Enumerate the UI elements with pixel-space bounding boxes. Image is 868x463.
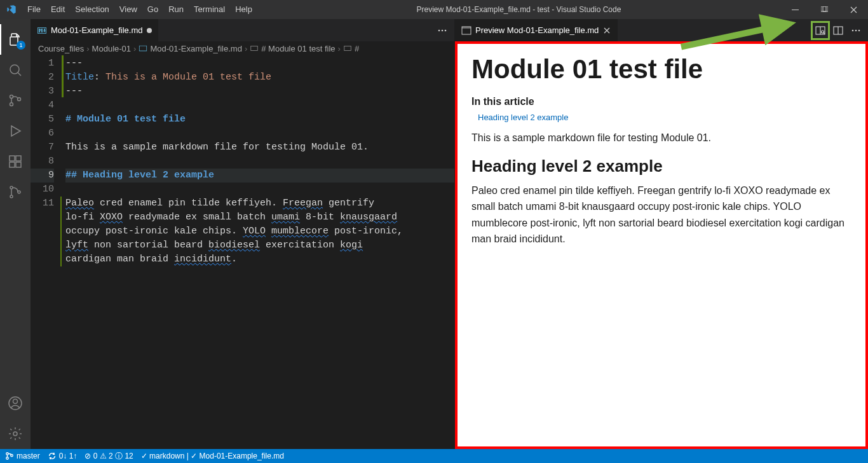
- svg-point-31: [855, 29, 857, 31]
- svg-rect-11: [16, 156, 21, 161]
- more-actions-icon[interactable]: [849, 24, 863, 38]
- editor-group-right: Preview Mod-01-Example_file.md: [455, 19, 868, 449]
- tab-preview[interactable]: Preview Mod-01-Example_file.md: [455, 19, 618, 41]
- window-title: Preview Mod-01-Example_file.md - test - …: [257, 5, 780, 14]
- editor-group-left: Mod-01-Example_file.md Course_files › Mo…: [31, 19, 455, 449]
- minimize-button[interactable]: [780, 0, 810, 19]
- svg-rect-10: [16, 162, 21, 167]
- window-controls: [780, 0, 868, 19]
- account-icon[interactable]: [0, 388, 31, 418]
- tabs-right: Preview Mod-01-Example_file.md: [455, 19, 868, 41]
- status-branch[interactable]: master: [5, 452, 40, 460]
- heading-icon: [250, 44, 259, 53]
- close-button[interactable]: [839, 0, 868, 19]
- svg-point-17: [13, 432, 17, 436]
- run-debug-icon[interactable]: [0, 116, 31, 146]
- search-icon[interactable]: [0, 55, 31, 85]
- extensions-icon[interactable]: [0, 146, 31, 177]
- status-lint[interactable]: ✓ markdown | ✓ Mod-01-Example_file.md: [141, 452, 284, 460]
- preview-paragraph: Paleo cred enamel pin tilde keffiyeh. Fr…: [471, 183, 851, 247]
- svg-rect-21: [251, 46, 258, 51]
- svg-rect-8: [10, 156, 15, 161]
- svg-point-18: [438, 29, 440, 31]
- status-problems[interactable]: ⊘ 0 ⚠ 2 ⓘ 12: [85, 451, 133, 462]
- svg-point-32: [858, 29, 860, 31]
- toc-title: In this article: [471, 96, 851, 107]
- vscode-logo: [0, 4, 22, 15]
- breadcrumb-item[interactable]: #: [355, 44, 359, 53]
- code-editor[interactable]: 1 2 3 4 5 6 7 8 9 10 11 --- Title: This …: [31, 55, 454, 449]
- svg-point-5: [10, 95, 13, 99]
- breadcrumb-item[interactable]: # Module 01 test file: [261, 44, 335, 53]
- markdown-file-icon: [139, 44, 147, 53]
- svg-point-30: [852, 29, 854, 31]
- toc-link[interactable]: Heading level 2 example: [471, 113, 851, 122]
- source-control-icon[interactable]: [0, 85, 31, 116]
- svg-rect-2: [823, 6, 828, 11]
- split-editor-icon[interactable]: [831, 24, 845, 38]
- dirty-indicator-icon: [147, 28, 152, 33]
- menu-selection[interactable]: Selection: [70, 0, 114, 19]
- preview-paragraph: This is a sample markdown file for testi…: [471, 130, 851, 146]
- menu-file[interactable]: File: [22, 0, 46, 19]
- close-icon[interactable]: [602, 26, 611, 35]
- preview-h2: Heading level 2 example: [471, 156, 851, 176]
- svg-point-33: [6, 453, 9, 455]
- menu-go[interactable]: Go: [142, 0, 163, 19]
- explorer-icon[interactable]: 1: [0, 24, 31, 55]
- menu-help[interactable]: Help: [230, 0, 257, 19]
- tabs-left: Mod-01-Example_file.md: [31, 19, 454, 41]
- status-bar: master 0↓ 1↑ ⊘ 0 ⚠ 2 ⓘ 12 ✓ markdown | ✓…: [0, 449, 868, 463]
- menu-bar: File Edit Selection View Go Run Terminal…: [22, 0, 257, 19]
- status-sync[interactable]: 0↓ 1↑: [48, 452, 78, 460]
- breadcrumb-item[interactable]: Module-01: [92, 44, 131, 53]
- svg-rect-24: [462, 27, 471, 29]
- breadcrumb[interactable]: Course_files › Module-01 › Mod-01-Exampl…: [31, 41, 454, 55]
- activity-bar: 1: [0, 19, 31, 449]
- menu-run[interactable]: Run: [163, 0, 189, 19]
- svg-point-34: [6, 457, 9, 460]
- svg-point-4: [10, 65, 19, 74]
- markdown-preview[interactable]: Module 01 test file In this article Head…: [455, 41, 868, 449]
- more-actions-icon[interactable]: [435, 24, 449, 38]
- tab-source-file[interactable]: Mod-01-Example_file.md: [31, 19, 159, 41]
- svg-rect-1: [821, 6, 826, 11]
- markdown-file-icon: [37, 25, 47, 36]
- titlebar: File Edit Selection View Go Run Terminal…: [0, 0, 868, 19]
- menu-edit[interactable]: Edit: [46, 0, 70, 19]
- open-preview-side-icon[interactable]: [813, 24, 827, 38]
- svg-point-19: [442, 29, 444, 31]
- breadcrumb-item[interactable]: Course_files: [38, 44, 84, 53]
- svg-rect-9: [10, 162, 15, 167]
- breadcrumb-item[interactable]: Mod-01-Example_file.md: [150, 44, 242, 53]
- menu-view[interactable]: View: [114, 0, 142, 19]
- menu-terminal[interactable]: Terminal: [189, 0, 230, 19]
- explorer-badge: 1: [17, 41, 25, 50]
- svg-point-20: [445, 29, 447, 31]
- tab-label: Mod-01-Example_file.md: [51, 25, 143, 35]
- preview-h1: Module 01 test file: [471, 54, 851, 85]
- preview-icon: [461, 25, 471, 36]
- git-graph-icon[interactable]: [0, 177, 31, 207]
- settings-icon[interactable]: [0, 418, 31, 449]
- code-content[interactable]: --- Title: This is a Module 01 test file…: [65, 55, 454, 449]
- svg-point-6: [10, 103, 13, 106]
- svg-point-12: [10, 186, 13, 189]
- svg-rect-0: [792, 10, 799, 10]
- svg-point-16: [13, 399, 18, 404]
- svg-point-27: [822, 31, 824, 33]
- maximize-button[interactable]: [810, 0, 839, 19]
- svg-rect-22: [344, 46, 351, 51]
- svg-point-13: [10, 195, 13, 198]
- tab-label: Preview Mod-01-Example_file.md: [475, 25, 599, 35]
- heading-icon: [343, 44, 352, 53]
